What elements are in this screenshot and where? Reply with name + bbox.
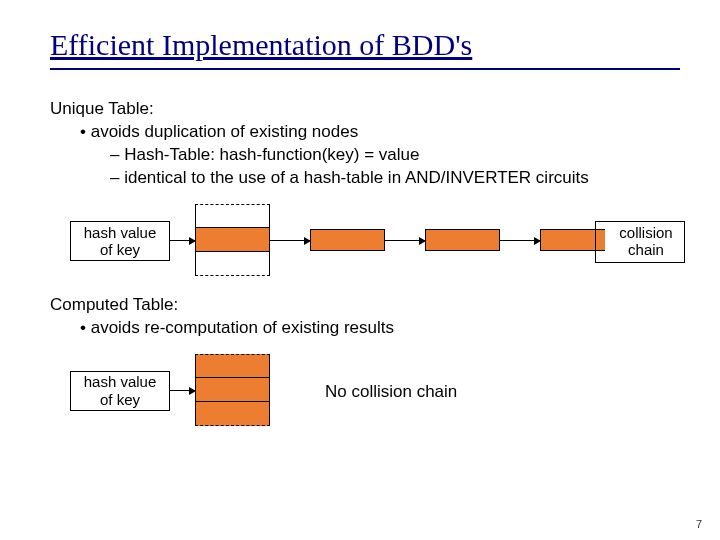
- no-collision-label: No collision chain: [325, 382, 457, 402]
- hash-table-column-1: [195, 204, 270, 276]
- hash-slot-filled: [195, 354, 270, 379]
- unique-table-sub2: identical to the use of a hash-table in …: [110, 167, 680, 190]
- hash-value-line1: hash value: [84, 224, 157, 241]
- collision-chain-box: [595, 221, 685, 263]
- unique-table-bullet: avoids duplication of existing nodes: [80, 121, 680, 144]
- arrow-to-table-2: [170, 390, 195, 391]
- unique-table-diagram: hash value of key collision chain: [50, 204, 670, 276]
- slide: Efficient Implementation of BDD's Unique…: [0, 0, 720, 540]
- hash-slot-filled: [195, 401, 270, 426]
- hash-slot: [195, 204, 270, 229]
- hash-slot: [195, 251, 270, 276]
- hash-slot-filled: [195, 377, 270, 402]
- hash-value-line2-b: of key: [100, 391, 140, 408]
- arrow-to-table-1: [170, 240, 195, 241]
- unique-table-sub1: Hash-Table: hash-function(key) = value: [110, 144, 680, 167]
- computed-table-block: Computed Table: avoids re-computation of…: [50, 294, 680, 340]
- chain-arrow-2: [385, 240, 425, 241]
- slide-title: Efficient Implementation of BDD's: [50, 28, 680, 70]
- page-number: 7: [696, 518, 702, 530]
- unique-table-block: Unique Table: avoids duplication of exis…: [50, 98, 680, 190]
- hash-value-line1-b: hash value: [84, 373, 157, 390]
- unique-table-heading: Unique Table:: [50, 98, 680, 121]
- hash-table-column-2: [195, 354, 270, 426]
- computed-table-bullet: avoids re-computation of existing result…: [80, 317, 680, 340]
- computed-table-heading: Computed Table:: [50, 294, 680, 317]
- hash-slot-selected: [195, 227, 270, 252]
- chain-node: [425, 229, 500, 251]
- chain-arrow-1: [270, 240, 310, 241]
- chain-node: [310, 229, 385, 251]
- chain-arrow-3: [500, 240, 540, 241]
- hash-value-label-2: hash value of key: [70, 371, 170, 411]
- hash-value-line2: of key: [100, 241, 140, 258]
- hash-value-label: hash value of key: [70, 221, 170, 261]
- computed-table-diagram: hash value of key No collision chain: [50, 354, 670, 426]
